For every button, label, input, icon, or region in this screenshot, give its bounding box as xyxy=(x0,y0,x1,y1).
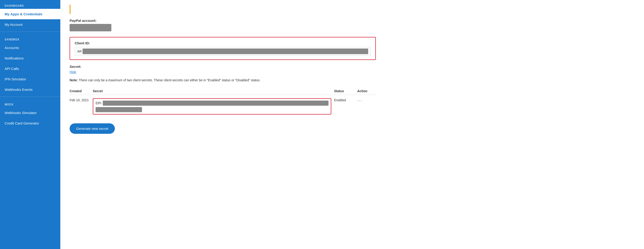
note-text: Note: There can only be a maximum of two… xyxy=(70,78,376,83)
secrets-table: Created Secret Status Action Feb 10, 202… xyxy=(70,87,376,118)
sidebar-item-my-apps-label: My Apps & Credentials xyxy=(5,12,42,16)
dashboard-section-label: DASHBOARD xyxy=(0,0,60,9)
status-enabled-label: Enabled xyxy=(334,98,346,102)
col-created-header: Created xyxy=(70,87,93,95)
hide-link[interactable]: Hide xyxy=(70,70,76,74)
secret-prefix-text: ElPi xyxy=(96,101,102,105)
sidebar-item-my-apps[interactable]: My Apps & Credentials xyxy=(0,9,60,19)
secret-cell-inner: ElPi xyxy=(93,98,331,115)
sidebar-item-notifications-label: Notifications xyxy=(5,56,24,60)
row-action[interactable]: ··· xyxy=(357,95,376,118)
main-content: PayPal account: Client ID: AR Secret: Hi… xyxy=(60,0,644,249)
sidebar-item-webhooks-simulator[interactable]: Webhooks Simulator xyxy=(0,108,60,118)
sidebar-divider-2 xyxy=(0,97,60,97)
sidebar-item-api-calls-label: API Calls xyxy=(5,67,19,71)
row-secret-cell: ElPi xyxy=(93,95,334,118)
sidebar: DASHBOARD My Apps & Credentials My Accou… xyxy=(0,0,60,249)
col-action-header: Action xyxy=(357,87,376,95)
client-id-prefix: AR xyxy=(77,50,82,53)
note-strong: Note: xyxy=(70,78,78,82)
sidebar-item-ipn-simulator[interactable]: IPN Simulator xyxy=(0,74,60,84)
sidebar-divider-1 xyxy=(0,32,60,32)
secret-blurred-bottom xyxy=(96,107,142,112)
secret-prefix-row: ElPi xyxy=(96,101,328,106)
action-dots-icon[interactable]: ··· xyxy=(357,98,362,103)
secret-blurred-top xyxy=(103,101,328,106)
sidebar-item-my-account[interactable]: My Account xyxy=(0,19,60,30)
client-id-box: Client ID: AR xyxy=(70,37,376,60)
note-body: There can only be a maximum of two clien… xyxy=(79,78,260,82)
sidebar-item-accounts-label: Accounts xyxy=(5,46,19,50)
table-row: Feb 10, 2021 ElPi Enabled xyxy=(70,95,376,118)
paypal-account-blurred xyxy=(70,24,111,31)
sidebar-item-accounts[interactable]: Accounts xyxy=(0,43,60,53)
sidebar-item-api-calls[interactable]: API Calls xyxy=(0,63,60,74)
sidebar-item-credit-card-generator[interactable]: Credit Card Generator xyxy=(0,118,60,128)
secrets-table-header-row: Created Secret Status Action xyxy=(70,87,376,95)
client-id-blurred xyxy=(82,49,368,54)
sidebar-item-ipn-simulator-label: IPN Simulator xyxy=(5,77,26,81)
row-created-date: Feb 10, 2021 xyxy=(70,95,93,118)
generate-new-secret-button[interactable]: Generate new secret xyxy=(70,123,115,134)
sidebar-item-webhooks-simulator-label: Webhooks Simulator xyxy=(5,111,37,115)
secret-section: Secret: Hide xyxy=(70,65,376,74)
secrets-table-body: Feb 10, 2021 ElPi Enabled xyxy=(70,95,376,118)
secrets-table-head: Created Secret Status Action xyxy=(70,87,376,95)
sidebar-item-webhooks-events-label: Webhooks Events xyxy=(5,88,33,92)
paypal-account-section: PayPal account: xyxy=(70,19,376,31)
secret-label: Secret: xyxy=(70,65,376,69)
mock-section-label: MOCK xyxy=(0,99,60,108)
paypal-account-label: PayPal account: xyxy=(70,19,376,23)
client-id-value-row: AR xyxy=(75,47,371,56)
sandbox-section-label: SANDBOX xyxy=(0,34,60,43)
content-area: PayPal account: Client ID: AR Secret: Hi… xyxy=(60,0,385,143)
sidebar-item-credit-card-generator-label: Credit Card Generator xyxy=(5,121,39,125)
top-orange-indicator xyxy=(70,5,70,14)
row-status: Enabled xyxy=(334,95,357,118)
sidebar-item-notifications[interactable]: Notifications xyxy=(0,53,60,63)
sidebar-item-my-account-label: My Account xyxy=(5,23,23,27)
sidebar-item-webhooks-events[interactable]: Webhooks Events xyxy=(0,84,60,95)
client-id-label: Client ID: xyxy=(75,41,371,45)
col-status-header: Status xyxy=(334,87,357,95)
col-secret-header: Secret xyxy=(93,87,334,95)
